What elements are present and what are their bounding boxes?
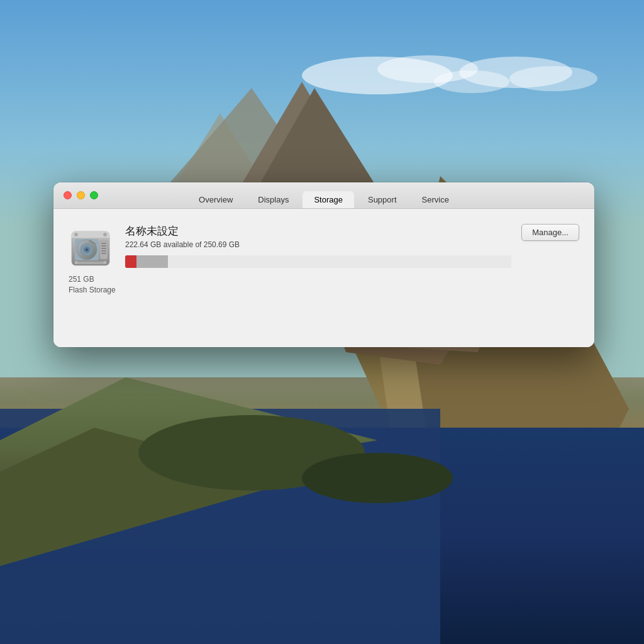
svg-rect-38 <box>101 250 106 252</box>
title-bar: Overview Displays Storage Support Servic… <box>53 182 594 209</box>
storage-content: 名称未設定 222.64 GB available of 250.69 GB M… <box>53 209 594 347</box>
storage-text-block: 名称未設定 222.64 GB available of 250.69 GB <box>125 224 511 268</box>
tab-displays[interactable]: Displays <box>247 191 300 208</box>
svg-rect-39 <box>101 253 106 254</box>
manage-button[interactable]: Manage... <box>521 224 579 241</box>
svg-point-24 <box>75 233 78 236</box>
tab-overview[interactable]: Overview <box>187 191 244 208</box>
bar-free <box>168 255 512 268</box>
svg-rect-35 <box>101 243 106 244</box>
disk-size-label: 251 GB Flash Storage <box>69 274 579 296</box>
svg-point-25 <box>104 233 107 236</box>
system-info-dialog: Overview Displays Storage Support Servic… <box>53 182 594 347</box>
svg-point-20 <box>302 453 453 503</box>
storage-item: 名称未設定 222.64 GB available of 250.69 GB M… <box>69 224 579 270</box>
hdd-icon <box>69 226 113 270</box>
bar-other <box>136 255 167 268</box>
minimize-button[interactable] <box>77 191 85 199</box>
svg-rect-40 <box>75 262 106 264</box>
maximize-button[interactable] <box>90 191 98 199</box>
svg-rect-36 <box>101 245 106 247</box>
storage-bar <box>125 255 511 268</box>
svg-point-5 <box>509 66 597 91</box>
traffic-lights <box>64 191 98 199</box>
close-button[interactable] <box>64 191 72 199</box>
storage-available: 222.64 GB available of 250.69 GB <box>125 240 511 249</box>
tab-storage[interactable]: Storage <box>303 191 354 208</box>
storage-details: 名称未設定 222.64 GB available of 250.69 GB M… <box>125 224 579 268</box>
tab-service[interactable]: Service <box>411 191 460 208</box>
svg-rect-37 <box>101 248 106 249</box>
tab-bar: Overview Displays Storage Support Servic… <box>187 191 460 208</box>
bar-system <box>125 255 136 268</box>
storage-name: 名称未設定 <box>125 224 511 238</box>
tab-support[interactable]: Support <box>357 191 408 208</box>
storage-header-row: 名称未設定 222.64 GB available of 250.69 GB M… <box>125 224 579 268</box>
svg-point-32 <box>86 248 88 251</box>
